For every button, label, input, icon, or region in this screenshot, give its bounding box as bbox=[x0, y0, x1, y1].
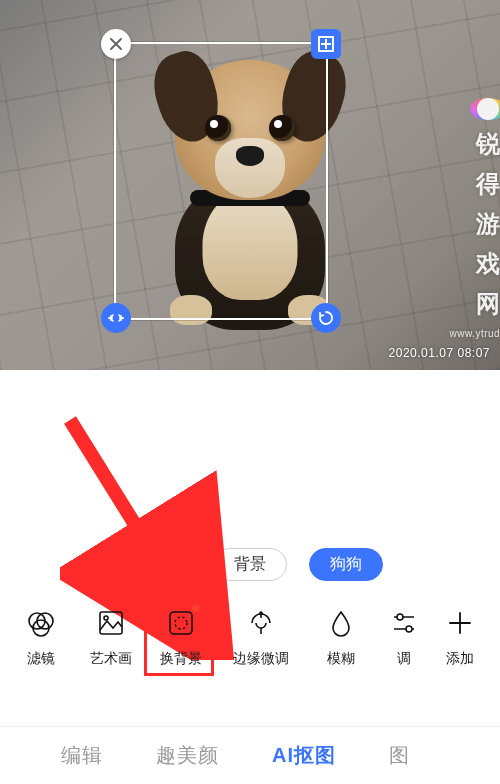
chip-all[interactable]: 全图 bbox=[117, 548, 191, 581]
badge-dot bbox=[192, 604, 200, 612]
rotate-selection-button[interactable] bbox=[311, 303, 341, 333]
adjust-icon bbox=[387, 606, 421, 640]
tab-ai-cutout[interactable]: AI抠图 bbox=[272, 742, 336, 769]
tool-blur[interactable]: 模糊 bbox=[306, 606, 376, 668]
tool-label: 添加 bbox=[446, 650, 474, 668]
tool-art[interactable]: 艺术画 bbox=[76, 606, 146, 668]
tab-beauty[interactable]: 趣美颜 bbox=[156, 742, 219, 769]
svg-point-9 bbox=[175, 617, 187, 629]
move-icon bbox=[101, 303, 131, 333]
tab-edit[interactable]: 编辑 bbox=[61, 742, 103, 769]
tool-add[interactable]: 添加 bbox=[432, 606, 488, 668]
art-icon bbox=[94, 606, 128, 640]
svg-point-7 bbox=[104, 616, 108, 620]
blur-icon bbox=[324, 606, 358, 640]
tool-label: 艺术画 bbox=[90, 650, 132, 668]
blank-area bbox=[0, 370, 500, 540]
tool-adjust[interactable]: 调 bbox=[376, 606, 432, 668]
rotate-icon bbox=[311, 303, 341, 333]
add-icon bbox=[443, 606, 477, 640]
tab-extra[interactable]: 图 bbox=[389, 742, 439, 769]
svg-point-11 bbox=[406, 626, 412, 632]
tool-label: 滤镜 bbox=[27, 650, 55, 668]
close-selection-button[interactable] bbox=[101, 29, 131, 59]
tool-edge-fine[interactable]: 边缘微调 bbox=[216, 606, 306, 668]
edge-fine-icon bbox=[244, 606, 278, 640]
chip-background[interactable]: 背景 bbox=[213, 548, 287, 581]
expand-selection-button[interactable] bbox=[311, 29, 341, 59]
tools-toolbar: 滤镜 艺术画 换背景 边缘微调 模糊 调 添加 bbox=[0, 598, 500, 668]
tool-change-background[interactable]: 换背景 bbox=[146, 606, 216, 668]
mode-tabs: 编辑 趣美颜 AI抠图 图 bbox=[0, 726, 500, 784]
photo-timestamp: 2020.01.07 08:07 bbox=[389, 346, 490, 360]
tool-label: 模糊 bbox=[327, 650, 355, 668]
close-icon bbox=[101, 29, 131, 59]
expand-icon bbox=[311, 29, 341, 59]
filter-icon bbox=[24, 606, 58, 640]
segment-chips-row: 全图 背景 狗狗 bbox=[0, 540, 500, 588]
selection-box[interactable] bbox=[114, 42, 328, 320]
move-selection-button[interactable] bbox=[101, 303, 131, 333]
photo-canvas[interactable]: 2020.01.07 08:07 bbox=[0, 0, 500, 370]
change-bg-icon bbox=[164, 606, 198, 640]
svg-point-10 bbox=[397, 614, 403, 620]
tool-label: 换背景 bbox=[160, 650, 202, 668]
chip-dog[interactable]: 狗狗 bbox=[309, 548, 383, 581]
svg-rect-8 bbox=[170, 612, 192, 634]
tool-label: 边缘微调 bbox=[233, 650, 289, 668]
tool-filter[interactable]: 滤镜 bbox=[6, 606, 76, 668]
tool-label: 调 bbox=[397, 650, 411, 668]
